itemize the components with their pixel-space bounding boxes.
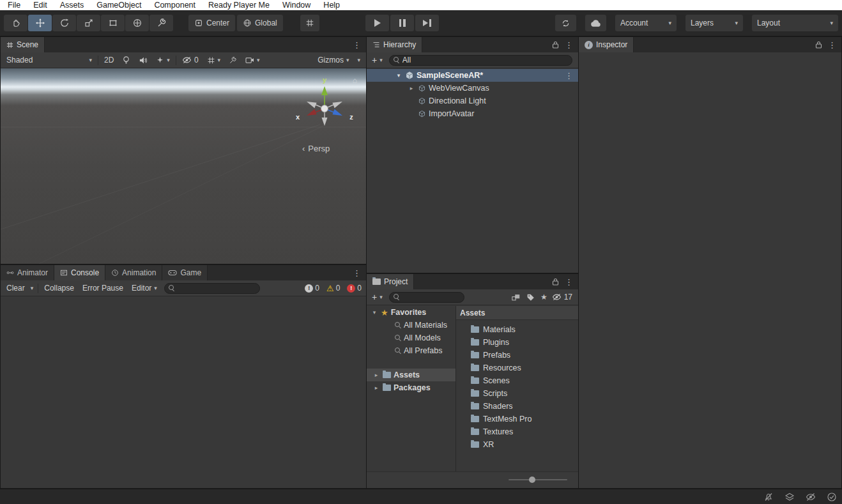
axis-y-label[interactable]: y xyxy=(323,76,327,84)
scene-grid-dropdown[interactable]: ▾ xyxy=(203,54,225,67)
collapse-arrow-icon[interactable]: ▾ xyxy=(395,72,402,79)
expand-arrow-icon[interactable]: ▸ xyxy=(408,85,415,91)
move-tool-button[interactable] xyxy=(28,15,52,31)
shading-mode-dropdown[interactable]: Shaded ▾ xyxy=(3,54,96,67)
menu-item-component[interactable]: Component xyxy=(148,0,202,10)
pivot-global-button[interactable]: Global xyxy=(237,15,283,31)
hierarchy-search-field[interactable] xyxy=(389,55,572,66)
console-log-list[interactable] xyxy=(1,296,366,488)
search-by-label-button[interactable] xyxy=(524,291,537,304)
visibility-off-status-icon[interactable] xyxy=(806,493,816,501)
play-button[interactable] xyxy=(365,15,389,31)
search-by-type-button[interactable] xyxy=(509,291,523,304)
console-search-field[interactable] xyxy=(164,283,260,294)
root-packages-row[interactable]: ▸ Packages xyxy=(367,381,455,394)
console-collapse-toggle[interactable]: Collapse xyxy=(40,282,78,295)
project-search-input[interactable] xyxy=(402,293,460,302)
console-log-count[interactable]: ! 0 xyxy=(305,284,319,293)
scene-tool-settings-button[interactable] xyxy=(225,54,241,67)
favorite-item-all-models[interactable]: All Models xyxy=(367,332,455,344)
menu-item-ready-player-me[interactable]: Ready Player Me xyxy=(202,0,276,10)
scene-effects-dropdown[interactable]: ▾ xyxy=(152,54,174,67)
lock-icon[interactable] xyxy=(815,41,822,49)
menu-item-edit[interactable]: Edit xyxy=(27,0,54,10)
menu-item-help[interactable]: Help xyxy=(317,0,346,10)
folder-item-scripts[interactable]: Scripts xyxy=(456,387,578,400)
scene-menu-kebab-icon[interactable]: ⋮ xyxy=(353,41,361,49)
pause-button[interactable] xyxy=(390,15,414,31)
folder-item-shaders[interactable]: Shaders xyxy=(456,400,578,413)
scene-row-kebab-icon[interactable]: ⋮ xyxy=(565,72,578,80)
folder-item-materials[interactable]: Materials xyxy=(456,323,578,336)
tab-animator[interactable]: Animator xyxy=(1,265,54,280)
console-menu-kebab-icon[interactable]: ⋮ xyxy=(353,269,361,277)
inspector-menu-kebab-icon[interactable]: ⋮ xyxy=(828,41,836,49)
console-clear-button[interactable]: Clear xyxy=(3,282,27,295)
tab-inspector[interactable]: i Inspector xyxy=(579,37,634,52)
gizmos-dropdown[interactable]: Gizmos ▾ xyxy=(314,54,353,67)
custom-tools-button[interactable] xyxy=(149,15,173,31)
console-search-input[interactable] xyxy=(178,284,256,293)
orientation-gizmo[interactable]: y x z xyxy=(289,73,360,135)
notifications-muted-icon[interactable] xyxy=(763,492,774,502)
collapse-arrow-icon[interactable]: ▾ xyxy=(371,309,378,316)
menu-item-file[interactable]: File xyxy=(1,0,27,10)
layout-dropdown[interactable]: Layout ▾ xyxy=(752,15,838,31)
lock-icon[interactable] xyxy=(552,41,559,49)
project-menu-kebab-icon[interactable]: ⋮ xyxy=(565,278,573,286)
toggle-2d-button[interactable]: 2D xyxy=(100,54,118,67)
menu-item-window[interactable]: Window xyxy=(276,0,317,10)
account-dropdown[interactable]: Account ▾ xyxy=(615,15,677,31)
scene-lighting-button[interactable] xyxy=(118,54,134,67)
layers-status-icon[interactable] xyxy=(785,492,795,502)
folder-item-prefabs[interactable]: Prefabs xyxy=(456,349,578,362)
console-error-count[interactable]: ! 0 xyxy=(347,284,362,293)
cloud-button[interactable] xyxy=(585,15,606,31)
expand-arrow-icon[interactable]: ▸ xyxy=(372,372,380,378)
axis-z-label[interactable]: z xyxy=(349,113,353,121)
favorite-item-all-materials[interactable]: All Materials xyxy=(367,319,455,332)
grid-snap-button[interactable] xyxy=(300,15,319,31)
tab-console[interactable]: Console xyxy=(54,265,105,280)
hierarchy-create-dropdown[interactable]: + ▾ xyxy=(369,54,386,67)
console-warning-count[interactable]: ⚠ 0 xyxy=(326,284,340,293)
menu-item-assets[interactable]: Assets xyxy=(54,0,91,10)
folder-item-scenes[interactable]: Scenes xyxy=(456,374,578,387)
tab-hierarchy[interactable]: Hierarchy xyxy=(367,37,422,52)
perspective-toggle[interactable]: ‹ Persp xyxy=(302,144,330,153)
folder-item-xr[interactable]: XR xyxy=(456,438,578,451)
slider-thumb[interactable] xyxy=(529,477,535,483)
scene-camera-dropdown[interactable]: ▾ xyxy=(241,54,264,67)
collab-button[interactable] xyxy=(555,15,576,31)
scene-viewport[interactable]: ⌂ y x z ‹ Persp xyxy=(1,68,366,264)
console-editor-dropdown[interactable]: Editor ▾ xyxy=(128,282,161,295)
favorite-search-button[interactable]: ★ xyxy=(538,291,550,304)
tab-scene[interactable]: Scene xyxy=(1,37,45,52)
hierarchy-scene-row[interactable]: ▾ SampleSceneAR* ⋮ xyxy=(367,69,578,82)
project-visibility-toggle[interactable]: 17 xyxy=(551,291,576,304)
folder-item-textmesh-pro[interactable]: TextMesh Pro xyxy=(456,413,578,425)
rotate-tool-button[interactable] xyxy=(52,15,76,31)
step-button[interactable] xyxy=(415,15,439,31)
project-search-field[interactable] xyxy=(389,292,464,303)
project-create-dropdown[interactable]: + ▾ xyxy=(369,291,386,304)
hierarchy-item-directional-light[interactable]: Directional Light xyxy=(367,95,578,107)
menu-item-gameobject[interactable]: GameObject xyxy=(90,0,148,10)
folder-item-textures[interactable]: Textures xyxy=(456,425,578,438)
scale-tool-button[interactable] xyxy=(77,15,100,31)
scene-overflow-dropdown[interactable]: ▾ xyxy=(353,54,364,67)
rect-tool-button[interactable] xyxy=(101,15,125,31)
expand-arrow-icon[interactable]: ▸ xyxy=(372,385,380,391)
favorites-row[interactable]: ▾ ★ Favorites xyxy=(367,306,455,319)
pivot-center-button[interactable]: Center xyxy=(188,15,235,31)
root-assets-row[interactable]: ▸ Assets xyxy=(367,369,455,381)
lock-icon[interactable] xyxy=(552,278,559,286)
tab-project[interactable]: Project xyxy=(367,274,414,289)
scene-visibility-toggle[interactable]: 0 xyxy=(178,54,203,67)
favorite-item-all-prefabs[interactable]: All Prefabs xyxy=(367,344,455,357)
tab-game[interactable]: Game xyxy=(162,265,208,280)
console-error-pause-toggle[interactable]: Error Pause xyxy=(79,282,127,295)
console-clear-dropdown[interactable]: ▾ xyxy=(28,282,36,295)
transform-tool-button[interactable] xyxy=(125,15,149,31)
hierarchy-menu-kebab-icon[interactable]: ⋮ xyxy=(565,41,573,49)
